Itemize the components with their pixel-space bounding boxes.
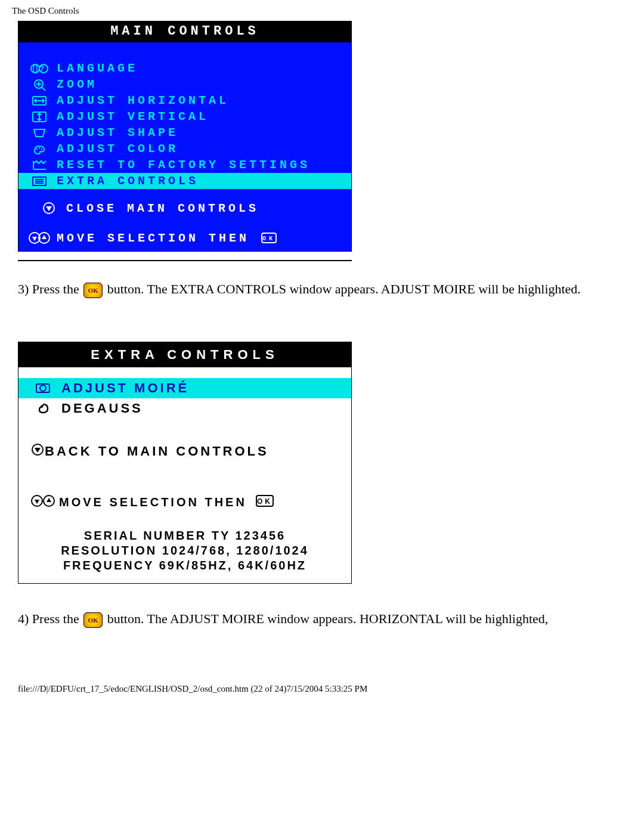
svg-text:OK: OK [257, 497, 273, 506]
svg-point-0 [31, 64, 39, 73]
up-down-icon [27, 231, 52, 245]
svg-text:OK: OK [262, 236, 275, 242]
menu-label: EXTRA CONTROLS [57, 174, 346, 188]
menu-label: RESET TO FACTORY SETTINGS [57, 158, 346, 172]
menu-item-adjust-shape[interactable]: ADJUST SHAPE [18, 125, 351, 141]
reset-icon [27, 159, 52, 172]
main-controls-window: MAIN CONTROLS ? LANGUAGE ZOOM ADJUST HOR… [18, 21, 352, 252]
menu-item-adjust-color[interactable]: ADJUST COLOR [18, 141, 351, 157]
degauss-icon [30, 402, 55, 415]
step-3-text: 3) Press the OK button. The EXTRA CONTRO… [18, 278, 626, 300]
ok-button-icon: OK [83, 612, 103, 628]
menu-label: ADJUST HORIZONTAL [57, 94, 346, 107]
shape-icon [27, 126, 52, 140]
step-4-text: 4) Press the OK button. The ADJUST MOIRE… [18, 608, 626, 630]
svg-marker-33 [35, 448, 41, 453]
menu-item-back[interactable]: BACK TO MAIN CONTROLS [18, 419, 351, 463]
main-controls-footer: MOVE SELECTION THEN OK [18, 227, 351, 251]
extra-controls-window: EXTRA CONTROLS ADJUST MOIRÉ DEGAUSS BACK… [18, 342, 352, 584]
menu-label: ADJUST SHAPE [57, 126, 346, 140]
down-circle-icon [36, 201, 61, 215]
resolution-info: RESOLUTION 1024/768, 1280/1024 [30, 544, 339, 558]
globe-q-icon: ? [27, 62, 52, 75]
page-footer-path: file:///D|/EDFU/crt_17_5/edoc/ENGLISH/OS… [18, 684, 626, 694]
menu-item-close[interactable]: CLOSE MAIN CONTROLS [18, 189, 351, 227]
menu-item-degauss[interactable]: DEGAUSS [18, 398, 351, 419]
color-icon [27, 143, 52, 156]
svg-marker-37 [47, 498, 51, 502]
horiz-icon [27, 94, 52, 107]
svg-point-1 [33, 64, 37, 73]
menu-label: ADJUST MOIRÉ [61, 380, 189, 396]
svg-marker-35 [35, 500, 39, 504]
extra-controls-footer: MOVE SELECTION THEN OK SERIAL NUMBER TY … [18, 463, 351, 583]
menu-item-zoom[interactable]: ZOOM [18, 76, 351, 92]
menu-item-adjust-horizontal[interactable]: ADJUST HORIZONTAL [18, 92, 351, 109]
back-label: BACK TO MAIN CONTROLS [45, 444, 269, 459]
up-down-icon [30, 494, 59, 511]
ok-box-icon: OK [256, 232, 281, 244]
frequency-info: FREQUENCY 69K/85HZ, 64K/60HZ [30, 559, 339, 572]
menu-item-adjust-moire[interactable]: ADJUST MOIRÉ [18, 378, 351, 398]
footer-hint-label: MOVE SELECTION THEN [57, 231, 249, 245]
svg-text:?: ? [40, 65, 47, 73]
move-hint-label: MOVE SELECTION THEN [59, 496, 247, 509]
menu-label: ADJUST VERTICAL [57, 110, 346, 123]
svg-point-12 [36, 148, 38, 149]
svg-line-7 [42, 87, 45, 91]
ok-button-icon: OK [83, 283, 103, 298]
menu-label: DEGAUSS [61, 401, 143, 416]
extra-controls-title: EXTRA CONTROLS [18, 342, 351, 367]
menu-item-reset-factory[interactable]: RESET TO FACTORY SETTINGS [18, 157, 351, 173]
menu-item-language[interactable]: ? LANGUAGE [18, 60, 351, 76]
divider [18, 260, 352, 261]
svg-marker-26 [42, 235, 47, 239]
down-circle-icon [30, 442, 45, 460]
menu-label: ADJUST COLOR [57, 142, 346, 156]
moire-icon [30, 382, 55, 395]
main-controls-title: MAIN CONTROLS [18, 21, 351, 42]
svg-point-14 [41, 148, 42, 149]
extra-icon [27, 175, 52, 188]
svg-marker-22 [46, 206, 52, 211]
serial-number: SERIAL NUMBER TY 123456 [30, 529, 339, 543]
svg-marker-24 [32, 237, 37, 241]
ok-box-icon: OK [255, 494, 277, 510]
menu-item-adjust-vertical[interactable]: ADJUST VERTICAL [18, 109, 351, 125]
svg-point-30 [40, 385, 46, 391]
menu-item-extra-controls[interactable]: EXTRA CONTROLS [18, 173, 351, 189]
zoom-icon [27, 78, 52, 91]
menu-label: ZOOM [57, 78, 346, 91]
close-label: CLOSE MAIN CONTROLS [66, 202, 259, 215]
page-header: The OSD Controls [12, 6, 626, 16]
vert-icon [27, 110, 52, 123]
menu-label: LANGUAGE [57, 61, 346, 75]
svg-point-13 [39, 147, 40, 148]
